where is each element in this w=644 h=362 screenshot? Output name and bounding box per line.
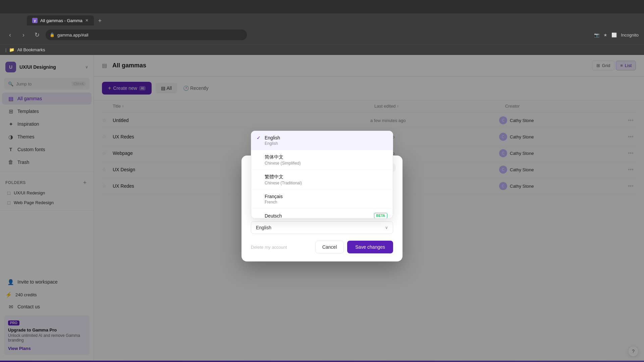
lang-name-simplified: 简体中文 <box>265 154 283 160</box>
tab-favicon: γ <box>32 18 38 23</box>
bookmarks-label: All Bookmarks <box>17 47 45 52</box>
lang-name-english: English <box>265 135 280 140</box>
cancel-button[interactable]: Cancel <box>315 241 344 253</box>
forward-button[interactable]: › <box>19 30 28 40</box>
address-bar: ‹ › ↻ 🔒 gamma.app/#all 📷 ★ ⬜ Incognito <box>0 25 644 44</box>
dropdown-option-traditional-chinese[interactable]: ✓ 繁體中文 Chinese (Traditional) <box>251 170 393 190</box>
lang-sub-traditional: Chinese (Traditional) <box>265 181 387 185</box>
lang-sub-french: French <box>265 200 387 204</box>
footer-actions: Cancel Save changes <box>315 241 393 253</box>
url-text: gamma.app/#all <box>57 33 89 38</box>
bookmarks-folder-icon: 📁 <box>9 47 14 52</box>
language-dropdown-container: ✓ English English ✓ 简体中文 Chinese (Simpli… <box>251 221 393 234</box>
reload-button[interactable]: ↻ <box>32 30 42 40</box>
dropdown-chevron-icon: ∨ <box>385 225 388 230</box>
check-icon: ✓ <box>257 135 262 140</box>
delete-account-link[interactable]: Delete my account <box>251 245 287 250</box>
app-container: U UX/UI Designing ∨ 🔍 Jump to Ctrl+K ▤ A… <box>0 55 644 362</box>
bookmarks-separator: | <box>5 47 6 52</box>
lang-name-french: Français <box>265 194 283 199</box>
selected-language-label: English <box>256 225 271 230</box>
lang-name-german: Deutsch <box>265 213 282 219</box>
address-field[interactable]: 🔒 gamma.app/#all <box>46 29 247 40</box>
modal-footer: Delete my account Cancel Save changes <box>241 234 402 253</box>
save-changes-button[interactable]: Save changes <box>347 241 393 253</box>
bookmarks-bar: | 📁 All Bookmarks <box>0 44 644 55</box>
lang-sub-simplified: Chinese (Simplified) <box>265 161 387 166</box>
language-dropdown-list: ✓ English English ✓ 简体中文 Chinese (Simpli… <box>251 131 393 219</box>
account-settings-modal: Account settings ✕ <box>241 156 402 261</box>
camera-off-icon: 📷 <box>594 33 599 38</box>
dropdown-option-simplified-chinese[interactable]: ✓ 简体中文 Chinese (Simplified) <box>251 150 393 170</box>
tab-close-button[interactable]: ✕ <box>85 18 89 23</box>
modal-overlay: Account settings ✕ <box>0 55 644 362</box>
bookmark-icon[interactable]: ★ <box>603 33 607 38</box>
lock-icon: 🔒 <box>50 33 55 37</box>
tab-title: All gammas - Gamma <box>40 18 83 23</box>
tab-bar: γ All gammas - Gamma ✕ + <box>0 13 644 25</box>
dropdown-scroll[interactable]: ✓ English English ✓ 简体中文 Chinese (Simpli… <box>251 131 393 218</box>
dropdown-option-french[interactable]: ✓ Français French <box>251 190 393 209</box>
dropdown-option-english[interactable]: ✓ English English <box>251 131 393 150</box>
beta-badge: BETA <box>374 213 387 218</box>
dropdown-option-german[interactable]: ✓ Deutsch BETA German <box>251 209 393 218</box>
active-tab[interactable]: γ All gammas - Gamma ✕ <box>27 15 94 25</box>
back-button[interactable]: ‹ <box>5 30 15 40</box>
lang-name-traditional: 繁體中文 <box>265 174 283 180</box>
browser-chrome <box>0 0 644 13</box>
lang-sub-english: English <box>265 141 387 146</box>
browser-actions: 📷 ★ ⬜ Incognito <box>594 33 639 38</box>
language-dropdown-trigger[interactable]: English ∨ <box>251 221 393 234</box>
incognito-label: Incognito <box>621 33 639 38</box>
tablet-icon: ⬜ <box>611 33 617 38</box>
new-tab-button[interactable]: + <box>95 16 105 25</box>
